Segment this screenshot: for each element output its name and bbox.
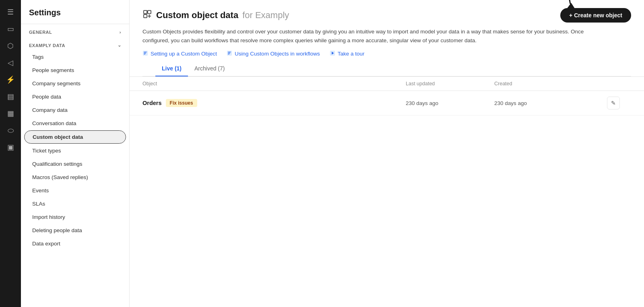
sidebar-item-custom-object-data[interactable]: Custom object data (24, 130, 126, 144)
col-header-object: Object (142, 81, 406, 87)
page-links: Setting up a Custom Object Using Custom … (142, 50, 631, 57)
sidebar-header: Settings (21, 0, 129, 24)
sidebar-item-events[interactable]: Events (24, 184, 126, 197)
contacts-icon[interactable]: ⬡ (3, 39, 18, 53)
last-updated-cell: 230 days ago (406, 100, 494, 106)
tab-live[interactable]: Live (1) (155, 61, 188, 76)
table-row: Orders Fix issues 230 days ago 230 days … (130, 91, 644, 115)
sidebar-item-slas[interactable]: SLAs (24, 198, 126, 210)
chat-icon[interactable]: ▣ (3, 140, 18, 155)
svg-rect-1 (148, 10, 151, 14)
table-area: Object Last updated Created Orders Fix i… (130, 77, 644, 307)
sidebar-item-deleting-people-data[interactable]: Deleting people data (24, 224, 126, 237)
col-header-created: Created (494, 81, 607, 87)
setup-link[interactable]: Setting up a Custom Object (142, 50, 217, 57)
tabs-row: Live (1) Archived (7) (142, 61, 631, 76)
sidebar-item-tags[interactable]: Tags (24, 51, 126, 63)
create-new-object-button[interactable]: + Create new object (560, 8, 631, 23)
fix-issues-badge: Fix issues (166, 99, 197, 107)
book-icon[interactable]: ▤ (3, 89, 18, 104)
main-content: Custom object data for Examply + Create … (130, 0, 644, 307)
setup-link-icon (142, 50, 148, 57)
menu-icon[interactable]: ☰ (3, 5, 18, 19)
title-text: Custom object data (156, 10, 238, 21)
workflows-link[interactable]: Using Custom Objects in workflows (227, 50, 320, 57)
sidebar-item-people-data[interactable]: People data (24, 91, 126, 103)
tab-archived[interactable]: Archived (7) (188, 61, 231, 76)
tour-link-label: Take a tour (338, 51, 365, 57)
created-cell: 230 days ago (494, 100, 607, 106)
page-title: Custom object data for Examply (142, 9, 289, 21)
edit-button[interactable]: ✎ (607, 97, 620, 109)
lightning-icon[interactable]: ⚡ (3, 72, 18, 87)
sidebar-item-import-history[interactable]: Import history (24, 211, 126, 223)
tour-link-icon (330, 50, 335, 57)
chart-icon[interactable]: ▦ (3, 106, 18, 121)
icon-navigation: ☰ ▭ ⬡ ◁ ⚡ ▤ ▦ ⬭ ▣ (0, 0, 21, 307)
svg-rect-2 (144, 14, 147, 18)
sidebar-item-people-segments[interactable]: People segments (24, 64, 126, 76)
workflows-link-label: Using Custom Objects in workflows (235, 51, 320, 57)
setup-link-label: Setting up a Custom Object (151, 51, 217, 57)
section-examply-data[interactable]: EXAMPLY DATA ⌄ (21, 37, 129, 50)
object-name-cell: Orders Fix issues (142, 99, 406, 107)
sidebar-item-company-segments[interactable]: Company segments (24, 77, 126, 90)
page-description: Custom Objects provides flexibility and … (142, 27, 585, 45)
sidebar-item-data-export[interactable]: Data export (24, 237, 126, 250)
sidebar: Settings GENERAL › EXAMPLY DATA ⌄ Tags P… (21, 0, 130, 307)
section-general[interactable]: GENERAL › (21, 24, 129, 37)
object-name: Orders (142, 100, 162, 106)
title-subtitle: for Examply (242, 10, 289, 21)
custom-object-icon (142, 9, 152, 21)
inbox-icon[interactable]: ▭ (3, 22, 18, 36)
send-icon[interactable]: ◁ (3, 56, 18, 70)
col-header-last-updated: Last updated (406, 81, 494, 87)
sidebar-item-company-data[interactable]: Company data (24, 104, 126, 116)
page-header: Custom object data for Examply + Create … (130, 0, 644, 77)
col-header-actions (607, 81, 631, 87)
sidebar-item-qualification-settings[interactable]: Qualification settings (24, 158, 126, 170)
tour-link[interactable]: Take a tour (330, 50, 365, 57)
table-header: Object Last updated Created (130, 77, 644, 91)
sidebar-item-macros[interactable]: Macros (Saved replies) (24, 171, 126, 183)
sidebar-item-conversation-data[interactable]: Conversation data (24, 117, 126, 130)
sidebar-item-ticket-types[interactable]: Ticket types (24, 144, 126, 157)
page-title-row: Custom object data for Examply + Create … (142, 8, 631, 23)
svg-rect-0 (144, 10, 147, 14)
workflows-link-icon (227, 50, 232, 57)
team-icon[interactable]: ⬭ (3, 123, 18, 138)
